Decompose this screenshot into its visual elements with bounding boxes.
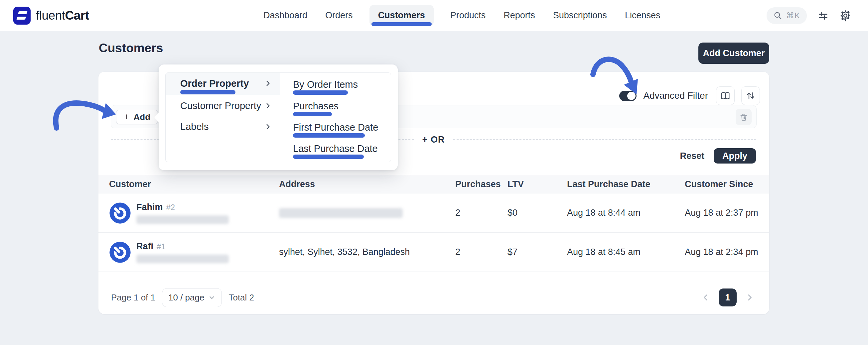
skeleton-bar (293, 90, 348, 95)
top-nav: fluentCart Dashboard Orders Customers Pr… (0, 0, 868, 31)
nav-item-customers[interactable]: Customers (370, 5, 434, 26)
chevron-right-icon (745, 292, 754, 303)
next-page-button[interactable] (745, 292, 754, 303)
saved-views-book-button[interactable] (716, 86, 735, 105)
avatar (109, 241, 131, 263)
filter-menu-panel: Order Property Customer Property Labels … (165, 72, 391, 162)
nav-item-dashboard[interactable]: Dashboard (262, 5, 309, 26)
dashed-line (453, 139, 756, 140)
reset-button[interactable]: Reset (680, 151, 704, 161)
sort-order-button[interactable] (741, 86, 760, 105)
menu-item-customer-property[interactable]: Customer Property (166, 98, 280, 113)
menu-item-last-purchase-date[interactable]: Last Purchase Date (280, 141, 391, 156)
plus-icon: + (124, 112, 130, 122)
customers-table: Customer Address Purchases LTV Last Purc… (98, 175, 769, 272)
per-page-select[interactable]: 10 / page (162, 288, 222, 307)
total-count: Total 2 (228, 292, 254, 303)
apply-button[interactable]: Apply (714, 148, 756, 163)
prev-page-button[interactable] (701, 292, 711, 303)
customer-since-cell: Aug 18 at 2:34 pm (685, 247, 758, 257)
customer-name: Rafi (136, 241, 153, 252)
col-header-purchases: Purchases (455, 179, 507, 189)
sort-arrows-icon (746, 91, 755, 101)
ltv-cell: $0 (507, 208, 567, 218)
filter-actions: Reset Apply (680, 148, 756, 163)
col-header-address: Address (279, 179, 455, 189)
nav-item-orders[interactable]: Orders (324, 5, 354, 26)
main-menu: Dashboard Orders Customers Products Repo… (262, 0, 661, 31)
ltv-cell: $7 (507, 247, 567, 257)
table-row[interactable]: Fahim #2 2 $0 Aug 18 at 8:44 am Aug 18 a… (98, 193, 769, 233)
filter-menu-popup: Order Property Customer Property Labels … (159, 64, 398, 170)
menu-item-order-property[interactable]: Order Property (166, 76, 280, 91)
arrow-to-add-button (56, 103, 104, 128)
page-title: Customers (99, 41, 163, 55)
pagination: 1 (701, 288, 754, 307)
search-shortcut-button[interactable]: ⌘K (767, 7, 807, 24)
book-icon (720, 91, 730, 101)
brand-wordmark: fluentCart (36, 9, 89, 23)
redacted-email (136, 255, 229, 263)
menu-item-by-order-items[interactable]: By Order Items (280, 77, 391, 92)
table-header-row: Customer Address Purchases LTV Last Purc… (98, 175, 769, 193)
col-header-last-purchase-date: Last Purchase Date (567, 179, 685, 189)
name-block: Rafi #1 (136, 241, 229, 263)
redacted-address (279, 208, 403, 218)
advanced-filter-label: Advanced Filter (643, 90, 708, 101)
address-cell (279, 208, 455, 218)
chevron-down-icon (208, 294, 216, 301)
toggle-knob (627, 92, 636, 100)
customer-cell: Fahim #2 (109, 202, 279, 224)
menu-item-first-purchase-date[interactable]: First Purchase Date (280, 120, 391, 135)
address-cell: sylhet, Sylhet, 3532, Bangladesh (279, 247, 455, 257)
last-purchase-date-cell: Aug 18 at 8:45 am (567, 247, 685, 257)
chevron-left-icon (701, 292, 711, 303)
customer-since-cell: Aug 18 at 2:37 pm (685, 208, 758, 218)
fluentcart-logo-icon (13, 7, 31, 25)
customer-id: #1 (157, 242, 166, 251)
purchases-cell: 2 (455, 208, 507, 218)
col-header-customer: Customer (109, 179, 279, 189)
skeleton-bar (293, 112, 332, 116)
add-filter-button[interactable]: + Add (116, 110, 158, 124)
customer-id: #2 (166, 203, 175, 212)
filter-option-list: By Order Items Purchases First Purchase … (280, 73, 391, 162)
name-block: Fahim #2 (136, 202, 229, 224)
menu-item-labels[interactable]: Labels (166, 119, 280, 134)
nav-item-licenses[interactable]: Licenses (624, 5, 662, 26)
advanced-filter-row: Advanced Filter (619, 86, 760, 105)
tune-filters-icon[interactable] (817, 10, 829, 21)
col-header-customer-since: Customer Since (685, 179, 758, 189)
redacted-email (136, 215, 229, 224)
purchases-cell: 2 (455, 247, 507, 257)
table-row[interactable]: Rafi #1 sylhet, Sylhet, 3532, Bangladesh… (98, 233, 769, 272)
table-footer: Page 1 of 1 10 / page Total 2 1 (111, 287, 754, 308)
delete-filter-group-button[interactable] (736, 109, 752, 125)
chevron-right-icon (264, 79, 272, 88)
add-or-condition-button[interactable]: + OR (422, 135, 445, 145)
add-customer-button[interactable]: Add Customer (699, 42, 769, 64)
nav-item-products[interactable]: Products (449, 5, 487, 26)
chevron-right-icon (264, 122, 272, 131)
advanced-filter-toggle[interactable] (619, 91, 637, 101)
settings-gear-icon[interactable] (839, 10, 851, 22)
customer-name: Fahim (136, 202, 163, 212)
trash-icon (739, 113, 748, 122)
search-kbd-shortcut: ⌘K (786, 11, 800, 20)
col-header-ltv: LTV (507, 179, 567, 189)
skeleton-bar (293, 133, 365, 137)
nav-item-subscriptions[interactable]: Subscriptions (552, 5, 608, 26)
nav-right-controls: ⌘K (767, 0, 851, 31)
page-1-button[interactable]: 1 (719, 288, 737, 307)
customer-cell: Rafi #1 (109, 241, 279, 263)
avatar (109, 202, 131, 224)
menu-item-purchases[interactable]: Purchases (280, 99, 391, 113)
brand-logo[interactable]: fluentCart (13, 7, 89, 25)
page-info: Page 1 of 1 (111, 292, 155, 303)
active-tab-indicator (371, 22, 432, 26)
chevron-right-icon (264, 101, 272, 110)
search-icon (773, 11, 782, 20)
nav-item-reports[interactable]: Reports (502, 5, 536, 26)
skeleton-bar (293, 155, 364, 159)
last-purchase-date-cell: Aug 18 at 8:44 am (567, 208, 685, 218)
